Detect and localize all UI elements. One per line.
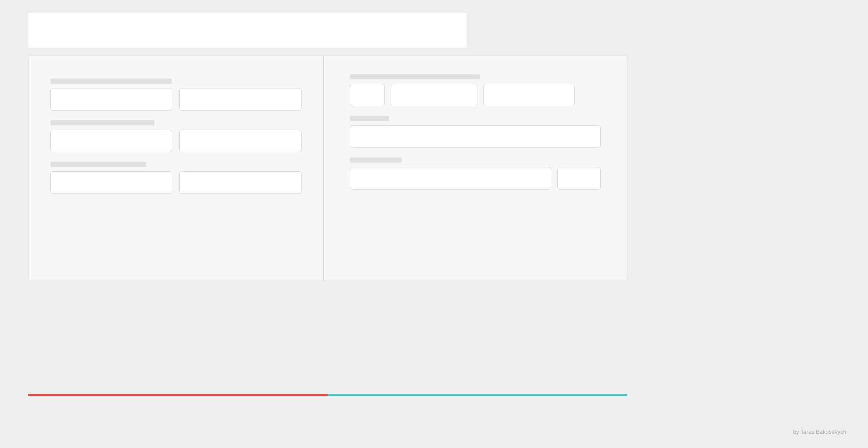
left-label-2 [50,119,302,127]
left-form [50,69,302,194]
right-label-2 [350,115,601,123]
right-input-row-3 [350,167,601,190]
left-form-group-2 [50,119,302,152]
left-input-3b[interactable] [179,171,301,194]
right-input-2a[interactable] [350,125,601,148]
left-label-bar-2 [50,120,155,125]
right-input-1a[interactable] [350,84,385,106]
left-input-3a[interactable] [50,171,172,194]
left-input-1b[interactable] [179,88,301,111]
right-label-3 [350,157,601,164]
comparison-container [28,56,627,281]
left-label-bar-1 [50,78,172,84]
right-input-1c[interactable] [483,84,575,106]
dont-line [28,394,328,396]
page-wrapper: Don't Do by Taras Bakusevych [0,0,868,448]
left-input-2b[interactable] [179,130,301,152]
color-lines [28,394,627,396]
top-bar [28,13,467,48]
right-form-group-1 [350,73,601,106]
left-form-group-1 [50,78,302,111]
left-input-1a[interactable] [50,88,172,111]
left-label-bar-3 [50,162,146,167]
right-label-bar-3 [350,157,402,163]
right-form-group-3 [350,157,601,190]
right-input-1b[interactable] [391,84,477,106]
left-input-2a[interactable] [50,130,172,152]
panel-left-dont [29,56,324,281]
right-form-group-2 [350,115,601,148]
attribution: by Taras Bakusevych [793,428,846,435]
right-input-row-2 [350,125,601,148]
left-input-row-1 [50,88,302,111]
left-input-row-2 [50,130,302,152]
right-form [350,69,601,190]
do-line [328,394,627,396]
left-form-group-3 [50,161,302,194]
right-input-3a[interactable] [350,167,552,190]
left-label-3 [50,161,302,169]
right-input-3b[interactable] [557,167,601,190]
right-label-bar-2 [350,116,389,121]
right-label-1 [350,73,601,81]
right-input-row-1 [350,84,601,106]
left-input-row-3 [50,171,302,194]
panel-right-do [324,56,627,281]
left-label-1 [50,78,302,85]
right-label-bar-1 [350,74,480,79]
